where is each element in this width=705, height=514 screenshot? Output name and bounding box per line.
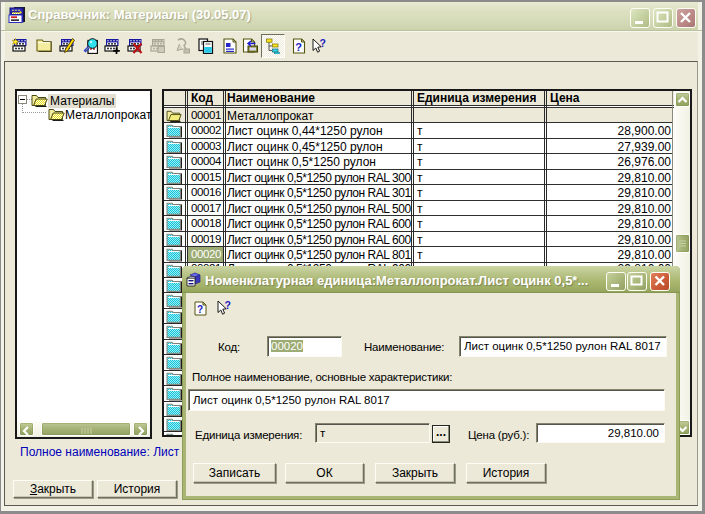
svg-text:?: ? [225,300,231,311]
svg-text:?: ? [295,41,302,53]
svg-text:?: ? [320,38,326,49]
svg-text:?: ? [197,304,203,315]
